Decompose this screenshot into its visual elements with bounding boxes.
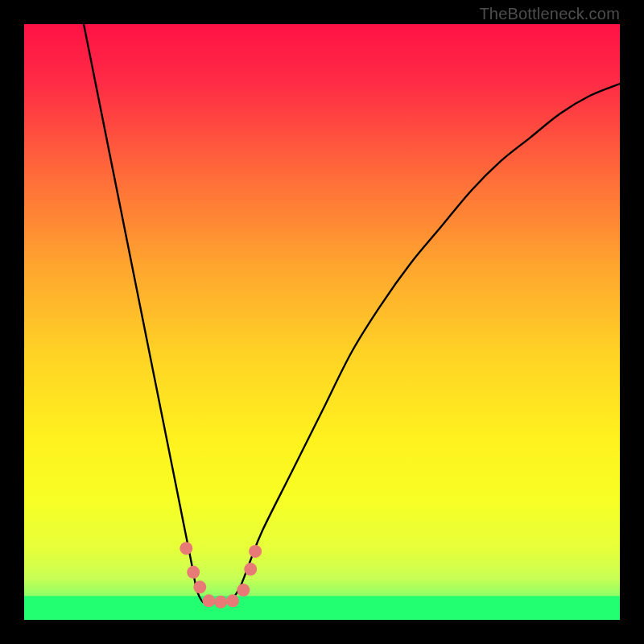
- marker-dot: [226, 594, 239, 607]
- marker-dot: [193, 580, 206, 593]
- marker-dot: [180, 542, 192, 555]
- marker-dot: [237, 584, 250, 597]
- chart-svg: [24, 24, 620, 620]
- marker-dot: [244, 563, 257, 576]
- marker-dot: [187, 566, 200, 579]
- plot-area: [24, 24, 620, 620]
- gradient-background: [24, 24, 620, 620]
- marker-dot: [214, 596, 227, 609]
- marker-dot: [202, 594, 215, 607]
- green-band: [24, 596, 620, 620]
- marker-dot: [249, 545, 262, 558]
- chart-frame: TheBottleneck.com: [0, 0, 644, 644]
- watermark-text: TheBottleneck.com: [479, 5, 620, 23]
